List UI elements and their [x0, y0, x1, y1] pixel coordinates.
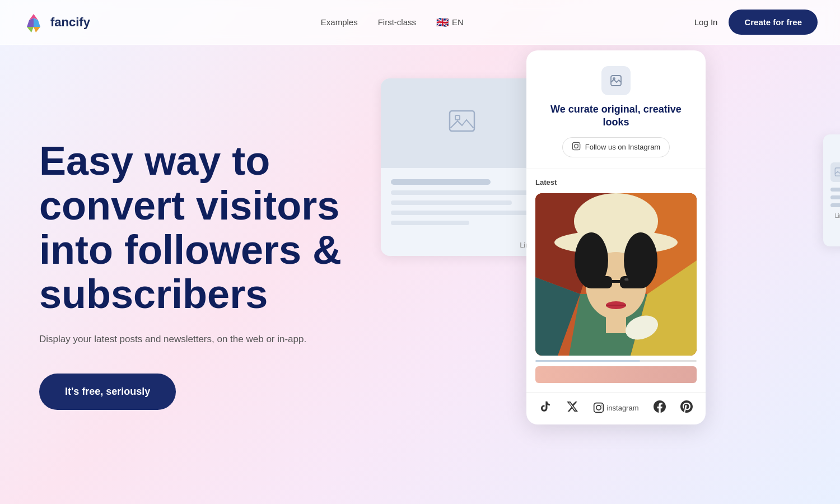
follow-button-label: Follow us on Instagram [585, 143, 660, 151]
text-line-full-2 [391, 211, 533, 215]
hero-text: Easy way to convert visitors into follow… [0, 105, 381, 443]
brand-name: fancify [50, 15, 90, 30]
svg-point-35 [601, 405, 602, 406]
language-selector[interactable]: 🇬🇧 EN [436, 16, 464, 29]
instagram-footer-icon[interactable]: instagram [593, 400, 638, 416]
hero-cta-button[interactable]: It's free, seriously [39, 374, 176, 410]
svg-rect-9 [572, 142, 580, 150]
preview-area: Link We curate original, creative looks [381, 45, 840, 504]
far-right-link[interactable]: Link [835, 213, 840, 219]
far-right-image [830, 162, 841, 182]
post-image[interactable] [535, 193, 697, 356]
left-card-link[interactable]: Link [381, 236, 543, 256]
svg-rect-33 [594, 403, 604, 413]
left-preview-card: Link [381, 78, 543, 256]
text-line-wide [391, 179, 491, 185]
latest-label: Latest [535, 178, 697, 186]
text-line-med [391, 200, 512, 205]
svg-marker-4 [34, 27, 40, 32]
svg-point-34 [596, 405, 601, 410]
next-post-preview [535, 366, 697, 383]
right-card-header: We curate original, creative looks Follo… [526, 50, 706, 169]
svg-rect-22 [606, 311, 626, 333]
create-button[interactable]: Create for free [729, 10, 818, 35]
svg-rect-6 [455, 115, 460, 120]
right-card-body: Latest [526, 169, 706, 392]
text-line-full [391, 190, 533, 195]
progress-fill [535, 360, 640, 362]
svg-marker-3 [27, 27, 34, 32]
instagram-icon-small [572, 142, 581, 153]
svg-rect-5 [450, 111, 474, 131]
profile-icon-box [601, 66, 631, 95]
text-line-short [391, 221, 469, 225]
facebook-icon[interactable] [654, 400, 666, 416]
instagram-label: instagram [606, 404, 638, 412]
right-preview-card: We curate original, creative looks Follo… [526, 50, 706, 424]
nav-actions: Log In Create for free [694, 10, 818, 35]
login-button[interactable]: Log In [694, 17, 718, 27]
left-card-image [381, 78, 543, 168]
logo-icon [22, 11, 45, 34]
nav-first-class[interactable]: First-class [378, 17, 416, 27]
navbar: fancify Examples First-class 🇬🇧 EN Log I… [0, 0, 840, 45]
logo[interactable]: fancify [22, 11, 90, 34]
post-image-art [535, 193, 697, 356]
nav-links: Examples First-class 🇬🇧 EN [321, 16, 464, 29]
hero-section: Easy way to convert visitors into follow… [0, 0, 840, 504]
far-right-card: Link [823, 134, 840, 246]
hero-title: Easy way to convert visitors into follow… [39, 139, 347, 316]
post-progress-bar [535, 360, 697, 362]
nav-examples[interactable]: Examples [321, 17, 358, 27]
left-card-lines [381, 168, 543, 236]
right-card-title: We curate original, creative looks [540, 103, 692, 129]
image-placeholder-icon [449, 110, 475, 137]
svg-point-32 [624, 232, 657, 288]
follow-instagram-button[interactable]: Follow us on Instagram [562, 137, 670, 157]
far-right-lines [830, 188, 841, 207]
tiktok-icon[interactable] [539, 400, 552, 416]
svg-rect-25 [612, 280, 620, 283]
lang-code: EN [452, 17, 464, 27]
flag-icon: 🇬🇧 [436, 16, 449, 29]
svg-point-11 [578, 143, 578, 144]
svg-point-31 [575, 232, 608, 288]
post-artwork [535, 193, 697, 356]
svg-point-10 [574, 144, 578, 148]
x-twitter-icon[interactable] [566, 400, 578, 416]
right-card-footer: instagram [526, 392, 706, 424]
pinterest-icon[interactable] [680, 400, 693, 416]
image-icon [609, 74, 623, 87]
hero-subtitle: Display your latest posts and newsletter… [39, 332, 347, 347]
